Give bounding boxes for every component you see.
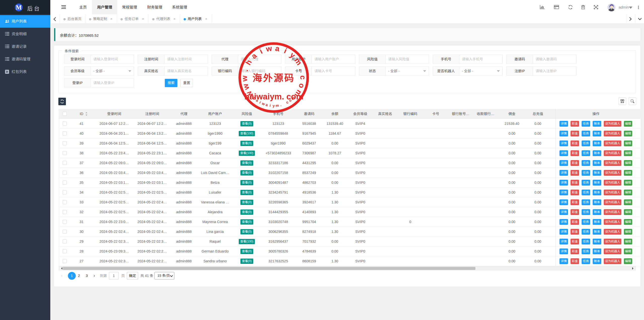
svg-text:i: i: [269, 103, 271, 108]
svg-text:i: i: [258, 47, 264, 55]
svg-text:.: .: [280, 102, 282, 107]
svg-text:y: y: [288, 51, 297, 60]
svg-text:a: a: [265, 102, 268, 107]
svg-text:m: m: [275, 103, 279, 108]
svg-text:a: a: [250, 51, 258, 60]
svg-text:a: a: [275, 44, 280, 53]
svg-text:海外源码: 海外源码: [253, 70, 295, 84]
svg-text:haiwaiym. com: haiwaiym. com: [245, 92, 304, 101]
svg-text:h: h: [244, 58, 253, 66]
svg-text:w: w: [261, 101, 266, 106]
svg-text:o: o: [297, 83, 306, 89]
svg-text:.: .: [298, 67, 306, 71]
svg-text:w: w: [240, 75, 249, 82]
svg-text:y: y: [273, 103, 275, 108]
svg-text:.: .: [241, 68, 250, 72]
svg-text:i: i: [283, 47, 288, 55]
svg-text:c: c: [299, 76, 307, 80]
svg-text:w: w: [241, 83, 251, 91]
svg-text:w: w: [265, 44, 273, 53]
